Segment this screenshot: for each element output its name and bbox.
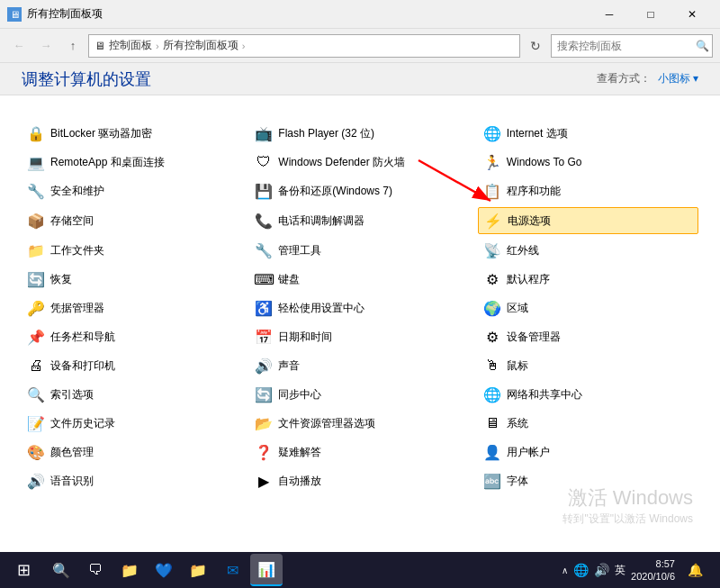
icon-item[interactable]: 🏃Windows To Go (478, 149, 698, 175)
address-box[interactable]: 🖥 控制面板 › 所有控制面板项 › (88, 34, 520, 58)
tray-lang[interactable]: 英 (615, 563, 626, 578)
item-icon: 🖱 (483, 357, 501, 375)
item-label: 文件历史记录 (50, 416, 115, 431)
item-label: 用户帐户 (507, 445, 550, 460)
icon-item[interactable]: 🔧管理工具 (249, 238, 470, 263)
item-icon: 🔊 (255, 357, 273, 375)
item-icon: 🌐 (483, 385, 501, 403)
icon-item[interactable]: ▶自动播放 (249, 468, 470, 493)
item-label: BitLocker 驱动器加密 (50, 126, 152, 141)
icon-item[interactable]: 🌐Internet 选项 (478, 121, 698, 146)
icon-item[interactable]: 🖱鼠标 (478, 353, 698, 378)
icon-item[interactable]: 💻RemoteApp 和桌面连接 (22, 149, 242, 175)
item-icon: 📂 (255, 414, 273, 432)
maximize-button[interactable]: □ (630, 0, 671, 29)
tray-expand[interactable]: ∧ (562, 565, 568, 575)
icon-item[interactable]: 🌐网络和共享中心 (478, 382, 698, 407)
icon-item[interactable]: 🔧安全和维护 (22, 178, 242, 204)
icon-item[interactable]: 📺Flash Player (32 位) (249, 121, 470, 146)
search-icon: 🔍 (696, 40, 709, 52)
item-icon: ♿ (255, 299, 273, 317)
icon-item[interactable]: 🔤字体 (478, 468, 698, 493)
tray-volume[interactable]: 🔊 (594, 563, 609, 577)
page-title: 调整计算机的设置 (22, 68, 151, 90)
icon-item[interactable]: 👤用户帐户 (478, 439, 698, 465)
titlebar: 🖥 所有控制面板项 ─ □ ✕ (0, 0, 720, 29)
icon-item[interactable]: 📡红外线 (478, 238, 698, 263)
icon-item[interactable]: 📞电话和调制解调器 (249, 207, 470, 234)
icon-item[interactable]: 🌍区域 (478, 295, 698, 321)
icon-item[interactable]: 🔑凭据管理器 (22, 295, 242, 321)
refresh-button[interactable]: ↻ (524, 34, 547, 58)
taskbar-clock[interactable]: 8:57 2020/10/6 (631, 557, 675, 583)
item-icon: 🛡 (255, 153, 273, 171)
taskbar-tray: ∧ 🌐 🔊 英 8:57 2020/10/6 🔔 (554, 552, 716, 588)
icon-item[interactable]: 🖨设备和打印机 (22, 353, 242, 378)
clock-time: 8:57 (631, 557, 675, 570)
item-label: 备份和还原(Windows 7) (278, 184, 392, 199)
icon-item[interactable]: 💾备份和还原(Windows 7) (249, 178, 470, 204)
icon-item[interactable]: 📁工作文件夹 (22, 238, 242, 263)
icon-item[interactable]: ⌨键盘 (249, 267, 470, 292)
search-input[interactable] (557, 40, 692, 52)
task-view-btn[interactable]: 🗨 (79, 554, 112, 586)
icon-item[interactable]: 📋程序和功能 (478, 178, 698, 204)
item-label: 日期和时间 (278, 330, 332, 345)
titlebar-icon: 🖥 (7, 7, 22, 22)
icon-item[interactable]: 🔊语音识别 (22, 468, 242, 493)
minimize-button[interactable]: ─ (589, 0, 630, 29)
breadcrumb: 控制面板 › 所有控制面板项 › (109, 38, 247, 53)
search-box[interactable]: 🔍 (551, 34, 713, 58)
icon-item[interactable]: 🔍索引选项 (22, 382, 242, 407)
back-button[interactable]: ← (7, 34, 31, 58)
icon-item[interactable]: 📅日期和时间 (249, 324, 470, 349)
icon-item[interactable]: 📂文件资源管理器选项 (249, 411, 470, 436)
up-button[interactable]: ↑ (61, 34, 85, 58)
icon-item[interactable]: 📌任务栏和导航 (22, 324, 242, 349)
item-icon: 📁 (27, 241, 45, 259)
main-content: 🔒BitLocker 驱动器加密📺Flash Player (32 位)🌐Int… (0, 95, 720, 588)
breadcrumb-level1: 控制面板 (109, 38, 152, 53)
search-taskbar-btn[interactable]: 🔍 (45, 554, 77, 586)
item-label: 工作文件夹 (50, 243, 104, 258)
icon-item[interactable]: ⚙设备管理器 (478, 324, 698, 349)
item-label: 管理工具 (278, 243, 321, 258)
item-icon: 🏃 (483, 153, 501, 171)
taskbar: ⊞ 🔍 🗨 📁 💙 📁 ✉ 📊 ∧ 🌐 🔊 英 8:57 2020/10/6 🔔 (0, 552, 720, 588)
item-label: Flash Player (32 位) (278, 126, 374, 141)
forward-button[interactable]: → (34, 34, 58, 58)
item-label: 电源选项 (508, 213, 551, 229)
notification-button[interactable]: 🔔 (680, 552, 709, 588)
icon-item[interactable]: ❓疑难解答 (249, 439, 470, 465)
item-label: 同步中心 (278, 387, 321, 403)
icon-item[interactable]: 🎨颜色管理 (22, 439, 242, 465)
edge-btn[interactable]: 💙 (148, 554, 180, 586)
icon-item[interactable]: 🖥系统 (478, 411, 698, 436)
icon-item[interactable]: 📦存储空间 (22, 207, 242, 234)
icon-item[interactable]: ⚡电源选项 (478, 207, 698, 234)
tray-network[interactable]: 🌐 (573, 563, 589, 577)
item-label: 设备管理器 (507, 330, 561, 345)
breadcrumb-icon: 🖥 (94, 40, 105, 52)
controlpanel-btn[interactable]: 📊 (250, 554, 283, 586)
icon-item[interactable]: 🔄恢复 (22, 267, 242, 292)
view-mode-button[interactable]: 小图标 ▾ (658, 71, 698, 86)
icon-item[interactable]: 🔒BitLocker 驱动器加密 (22, 121, 242, 146)
file-explorer-btn[interactable]: 📁 (113, 554, 146, 586)
icon-item[interactable]: 🛡Windows Defender 防火墙 (249, 149, 470, 175)
close-button[interactable]: ✕ (671, 0, 713, 29)
item-icon: ⌨ (255, 270, 273, 288)
item-label: 电话和调制解调器 (278, 213, 364, 229)
item-icon: 🔊 (27, 472, 45, 490)
mail-btn[interactable]: ✉ (216, 554, 248, 586)
icon-item[interactable]: 📝文件历史记录 (22, 411, 242, 436)
start-button[interactable]: ⊞ (4, 552, 43, 588)
item-icon: 🔒 (27, 124, 45, 142)
item-label: 字体 (507, 474, 528, 489)
file-mgr-btn[interactable]: 📁 (182, 554, 214, 586)
breadcrumb-sep1: › (156, 41, 159, 51)
icon-item[interactable]: ♿轻松使用设置中心 (249, 295, 470, 321)
icon-item[interactable]: 🔊声音 (249, 353, 470, 378)
icon-item[interactable]: ⚙默认程序 (478, 267, 698, 292)
icon-item[interactable]: 🔄同步中心 (249, 382, 470, 407)
